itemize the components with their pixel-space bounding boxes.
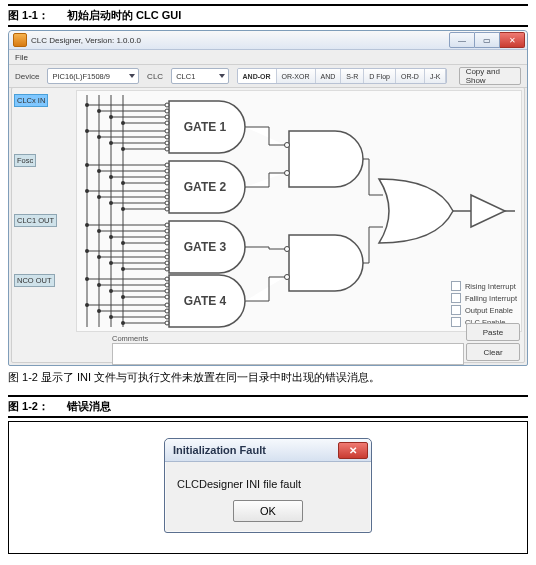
- input-clcx-in[interactable]: CLCx IN: [14, 94, 48, 107]
- tab-d-flop[interactable]: D Flop: [364, 69, 396, 83]
- svg-point-70: [109, 115, 113, 119]
- chk-rising-interrupt[interactable]: [451, 281, 461, 291]
- tab-or-d[interactable]: OR-D: [396, 69, 425, 83]
- mode-tabs: AND-OR OR-XOR AND S-R D Flop OR-D J-K D …: [237, 68, 447, 84]
- input-sidebar: CLCx IN Fosc CLC1 OUT NCO OUT: [14, 90, 74, 332]
- clear-button[interactable]: Clear: [466, 343, 520, 361]
- copy-and-show-button[interactable]: Copy and Show: [459, 67, 521, 85]
- svg-point-15: [165, 135, 169, 139]
- svg-point-9: [165, 115, 169, 119]
- svg-point-102: [285, 247, 290, 252]
- error-dialog: Initialization Fault ✕ CLCDesigner INI f…: [164, 438, 372, 533]
- svg-point-103: [285, 275, 290, 280]
- svg-point-68: [85, 103, 89, 107]
- svg-point-74: [109, 141, 113, 145]
- svg-point-33: [165, 201, 169, 205]
- gate-4-label: GATE 4: [184, 294, 227, 308]
- window-title: CLC Designer, Version: 1.0.0.0: [31, 36, 141, 45]
- svg-point-72: [85, 129, 89, 133]
- svg-point-19: [165, 147, 169, 151]
- svg-point-35: [165, 207, 169, 211]
- chk-output-enable[interactable]: [451, 305, 461, 315]
- dialog-message: CLCDesigner INI file fault: [165, 462, 371, 500]
- tab-s-r[interactable]: S-R: [341, 69, 364, 83]
- svg-point-65: [165, 315, 169, 319]
- tab-or-xor[interactable]: OR-XOR: [277, 69, 316, 83]
- svg-point-91: [121, 267, 125, 271]
- svg-point-71: [121, 121, 125, 125]
- chk-clc-enable[interactable]: [451, 317, 461, 327]
- svg-point-59: [165, 295, 169, 299]
- svg-point-73: [97, 135, 101, 139]
- svg-point-79: [121, 181, 125, 185]
- dialog-ok-button[interactable]: OK: [233, 500, 303, 522]
- lbl-falling-interrupt: Falling Interrupt: [465, 294, 517, 303]
- figure-1-2-frame: Initialization Fault ✕ CLCDesigner INI f…: [8, 421, 528, 554]
- tab-j-k[interactable]: J-K: [425, 69, 447, 83]
- logic-diagram: GATE 1 GATE 2 GATE 3 GATE 4: [76, 90, 522, 332]
- svg-point-47: [165, 255, 169, 259]
- svg-point-39: [165, 229, 169, 233]
- svg-point-95: [121, 295, 125, 299]
- svg-point-29: [165, 189, 169, 193]
- minimize-button[interactable]: —: [449, 32, 475, 48]
- lbl-rising-interrupt: Rising Interrupt: [465, 282, 516, 291]
- maximize-button[interactable]: ▭: [475, 32, 500, 48]
- comments-label: Comments: [112, 334, 464, 343]
- svg-point-80: [85, 189, 89, 193]
- svg-point-93: [97, 283, 101, 287]
- close-button[interactable]: ✕: [500, 32, 525, 48]
- svg-point-82: [109, 201, 113, 205]
- gate-3-label: GATE 3: [184, 240, 227, 254]
- figure-label: 图 1-1：: [8, 8, 49, 23]
- svg-point-87: [121, 241, 125, 245]
- input-fosc[interactable]: Fosc: [14, 154, 36, 167]
- tab-and[interactable]: AND: [316, 69, 342, 83]
- svg-point-78: [109, 175, 113, 179]
- input-clc1-out[interactable]: CLC1 OUT: [14, 214, 57, 227]
- gate-1-label: GATE 1: [184, 120, 227, 134]
- menu-file[interactable]: File: [15, 53, 28, 62]
- window-titlebar: CLC Designer, Version: 1.0.0.0 — ▭ ✕: [9, 31, 527, 50]
- svg-point-31: [165, 195, 169, 199]
- svg-point-81: [97, 195, 101, 199]
- svg-point-45: [165, 249, 169, 253]
- input-nco-out[interactable]: NCO OUT: [14, 274, 55, 287]
- svg-point-49: [165, 261, 169, 265]
- figure-1-2-title: 图 1-2： 错误消息: [8, 395, 528, 418]
- svg-point-76: [85, 163, 89, 167]
- svg-point-23: [165, 169, 169, 173]
- lbl-output-enable: Output Enable: [465, 306, 513, 315]
- svg-point-67: [165, 321, 169, 325]
- chk-falling-interrupt[interactable]: [451, 293, 461, 303]
- svg-point-101: [285, 171, 290, 176]
- svg-point-51: [165, 267, 169, 271]
- svg-point-75: [121, 147, 125, 151]
- svg-point-86: [109, 235, 113, 239]
- device-combo[interactable]: PIC16(L)F1508/9: [47, 68, 139, 84]
- svg-point-85: [97, 229, 101, 233]
- clc-label: CLC: [147, 72, 163, 81]
- menubar: File: [9, 50, 527, 65]
- tab-and-or[interactable]: AND-OR: [238, 69, 277, 83]
- svg-point-77: [97, 169, 101, 173]
- dialog-close-button[interactable]: ✕: [338, 442, 368, 459]
- dialog-title: Initialization Fault: [173, 444, 266, 456]
- svg-point-89: [97, 255, 101, 259]
- figure-1-1-title: 图 1-1： 初始启动时的 CLC GUI: [8, 4, 528, 27]
- svg-point-92: [85, 277, 89, 281]
- svg-point-88: [85, 249, 89, 253]
- toolbar: Device PIC16(L)F1508/9 CLC CLC1 AND-OR O…: [9, 65, 527, 88]
- svg-point-63: [165, 309, 169, 313]
- app-icon: [13, 33, 27, 47]
- svg-point-11: [165, 121, 169, 125]
- svg-point-37: [165, 223, 169, 227]
- dialog-titlebar: Initialization Fault ✕: [165, 439, 371, 462]
- paste-button[interactable]: Paste: [466, 323, 520, 341]
- svg-point-55: [165, 283, 169, 287]
- comments-textbox[interactable]: [112, 343, 464, 365]
- figure-label: 图 1-2：: [8, 399, 49, 414]
- clc-combo[interactable]: CLC1: [171, 68, 228, 84]
- figure-caption: 初始启动时的 CLC GUI: [67, 8, 181, 23]
- svg-point-96: [85, 303, 89, 307]
